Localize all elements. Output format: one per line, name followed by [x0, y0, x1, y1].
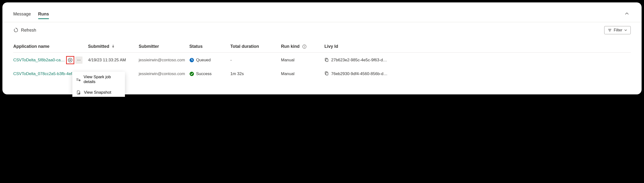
status-label: Success [196, 71, 212, 76]
table-row: CSVToDelta_5f8b2aa0-cad7-43d9… 4/19/23 1… [13, 53, 631, 68]
livy-id-text: 76eb2930-9df4-4560-856b-d2cad… [331, 71, 389, 76]
app-name-link[interactable]: CSVToDelta_078cc2a5-b3fb-4ef8-804d-… [13, 71, 80, 76]
svg-rect-2 [304, 46, 304, 48]
svg-point-13 [78, 78, 78, 79]
copy-icon[interactable] [324, 58, 329, 63]
menu-label: View Spark job details [84, 75, 121, 84]
more-actions-button[interactable] [75, 57, 82, 64]
duration-cell: - [230, 53, 281, 68]
tab-runs[interactable]: Runs [38, 10, 49, 19]
col-header-status[interactable]: Status [189, 42, 230, 53]
app-name-link[interactable]: CSVToDelta_5f8b2aa0-cad7-43d9… [13, 58, 65, 63]
divider [2, 22, 642, 22]
cancel-run-button[interactable] [66, 56, 74, 64]
livy-cell: 76eb2930-9df4-4560-856b-d2cad… [324, 71, 629, 77]
svg-point-6 [80, 60, 80, 61]
col-header-run-kind-label: Run kind [281, 44, 300, 49]
table-header-row: Application name Submitted Submitter Sta… [13, 42, 631, 53]
filter-icon [608, 28, 612, 32]
col-header-livy-id[interactable]: Livy Id [324, 42, 631, 53]
filter-label: Filter [614, 28, 622, 32]
svg-point-5 [79, 60, 79, 61]
col-header-submitter[interactable]: Submitter [139, 42, 189, 53]
livy-id-text: 27b623e2-985c-4e5c-9f63-d0dcf5… [331, 58, 389, 63]
submitted-cell: 4/19/23 11:33:25 AM [88, 53, 139, 68]
col-header-duration[interactable]: Total duration [230, 42, 281, 53]
spark-job-icon [76, 77, 81, 82]
refresh-icon [13, 28, 18, 33]
app-name-cell: CSVToDelta_5f8b2aa0-cad7-43d9… [13, 56, 86, 64]
col-header-run-kind[interactable]: Run kind [281, 42, 324, 53]
svg-point-15 [78, 80, 78, 81]
snapshot-icon [76, 90, 81, 95]
svg-rect-12 [326, 72, 328, 75]
refresh-button[interactable]: Refresh [13, 28, 36, 33]
status-label: Queued [196, 58, 211, 63]
col-header-submitted-label: Submitted [88, 44, 109, 49]
svg-point-10 [190, 72, 194, 76]
svg-rect-9 [326, 59, 328, 62]
status-cell: Success [189, 71, 228, 76]
filter-button[interactable]: Filter [604, 26, 631, 34]
collapse-button[interactable] [623, 10, 631, 18]
info-icon[interactable] [302, 44, 306, 49]
col-header-app-name[interactable]: Application name [13, 42, 88, 53]
ellipsis-icon [77, 58, 81, 62]
queued-icon [189, 58, 194, 63]
submitter-cell: jessieirwin@contoso.com [139, 53, 189, 68]
refresh-label: Refresh [21, 28, 36, 33]
menu-view-spark-job[interactable]: View Spark job details [72, 72, 125, 87]
livy-cell: 27b623e2-985c-4e5c-9f63-d0dcf5… [324, 58, 629, 63]
context-menu: View Spark job details View Snapshot Can… [72, 72, 125, 97]
status-cell: Queued [189, 58, 228, 63]
menu-view-snapshot[interactable]: View Snapshot [72, 87, 125, 97]
svg-point-14 [78, 79, 78, 80]
sort-down-icon [112, 44, 115, 49]
toolbar: Refresh Filter [13, 26, 631, 42]
chevron-down-icon [624, 29, 627, 32]
copy-icon[interactable] [324, 71, 329, 77]
run-kind-cell: Manual [281, 68, 324, 80]
submitter-cell: jessieirwin@contoso.com [139, 68, 189, 80]
menu-label: View Snapshot [84, 90, 111, 95]
tabs-row: Message Runs [13, 7, 631, 19]
success-icon [189, 71, 194, 76]
runs-panel: Message Runs Refresh Filter Application … [2, 3, 642, 94]
svg-point-1 [304, 46, 305, 46]
svg-point-4 [78, 60, 78, 61]
col-header-submitted[interactable]: Submitted [88, 42, 139, 53]
duration-cell: 1m 32s [230, 68, 281, 80]
run-kind-cell: Manual [281, 53, 324, 68]
chevron-up-icon [624, 11, 629, 16]
cancel-icon [68, 58, 72, 63]
tab-message[interactable]: Message [13, 10, 31, 19]
